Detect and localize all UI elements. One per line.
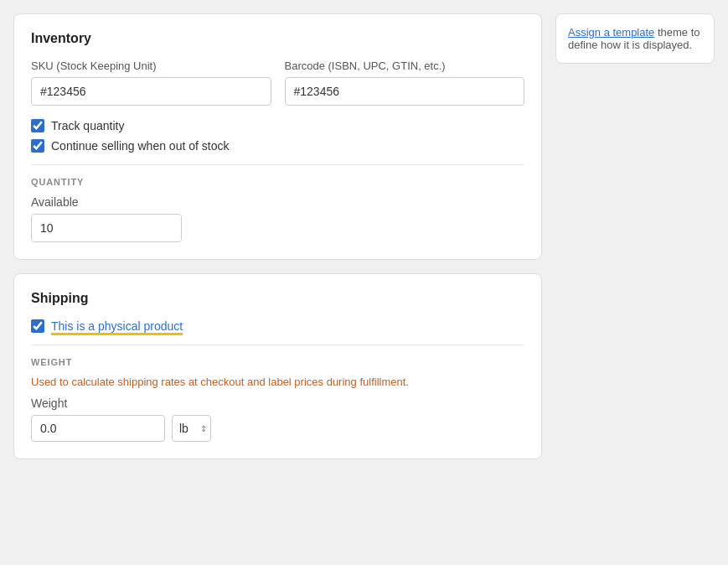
weight-hint: Used to calculate shipping rates at chec… <box>31 376 524 388</box>
physical-product-row: This is a physical product <box>31 319 524 333</box>
weight-input[interactable] <box>31 415 165 442</box>
quantity-section-label: QUANTITY <box>31 177 524 187</box>
physical-product-checkbox[interactable] <box>31 319 44 333</box>
sku-input[interactable] <box>31 77 271 106</box>
sidebar: Assign a template theme to define how it… <box>555 13 715 459</box>
weight-unit-select[interactable]: lb kg oz g <box>172 415 211 442</box>
sku-group: SKU (Stock Keeping Unit) <box>31 60 271 106</box>
track-quantity-checkbox[interactable] <box>31 119 44 132</box>
sku-label: SKU (Stock Keeping Unit) <box>31 60 271 72</box>
quantity-spinner: ▲ ▼ <box>31 214 182 242</box>
barcode-label: Barcode (ISBN, UPC, GTIN, etc.) <box>285 60 525 72</box>
weight-label: Weight <box>31 397 524 410</box>
barcode-input[interactable] <box>285 77 525 106</box>
weight-section-label: WEIGHT <box>31 357 524 367</box>
physical-product-label: This is a physical product <box>51 319 183 333</box>
sidebar-card: Assign a template theme to define how it… <box>555 13 715 64</box>
available-label: Available <box>31 195 524 209</box>
track-quantity-label: Track quantity <box>51 119 124 132</box>
track-quantity-row: Track quantity <box>31 119 524 132</box>
inventory-title: Inventory <box>31 31 524 46</box>
shipping-card: Shipping This is a physical product WEIG… <box>13 273 542 459</box>
shipping-divider <box>31 345 524 345</box>
inventory-card: Inventory SKU (Stock Keeping Unit) Barco… <box>13 13 542 260</box>
weight-unit-wrap: lb kg oz g <box>172 415 211 442</box>
quantity-input[interactable] <box>32 215 182 241</box>
weight-row: lb kg oz g <box>31 415 524 442</box>
sku-barcode-row: SKU (Stock Keeping Unit) Barcode (ISBN, … <box>31 60 524 106</box>
continue-selling-row: Continue selling when out of stock <box>31 139 524 153</box>
sidebar-assign-link[interactable]: Assign a template <box>568 26 654 39</box>
barcode-group: Barcode (ISBN, UPC, GTIN, etc.) <box>285 60 525 106</box>
continue-selling-label: Continue selling when out of stock <box>51 139 229 153</box>
inventory-divider <box>31 164 524 165</box>
shipping-title: Shipping <box>31 291 524 306</box>
continue-selling-checkbox[interactable] <box>31 139 44 153</box>
